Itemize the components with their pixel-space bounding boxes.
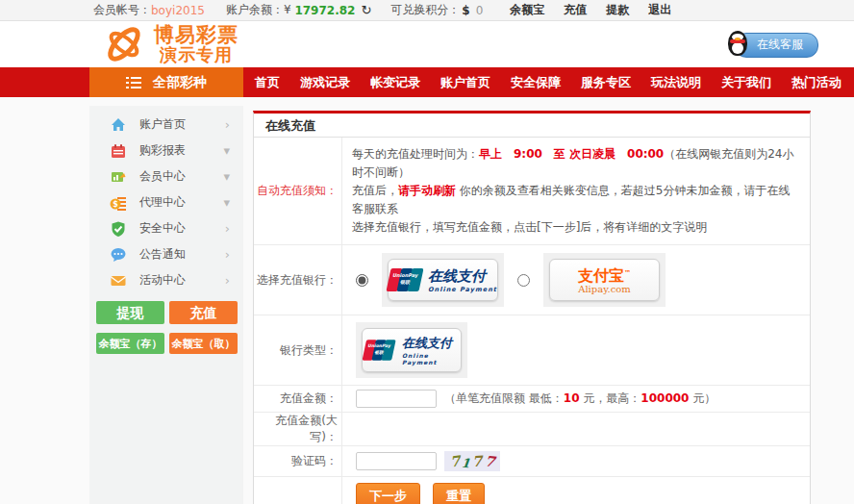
bank-type-label: 银行类型： [254, 315, 342, 385]
next-step-button[interactable]: 下一步 [356, 483, 420, 504]
sidebar: 账户首页 › 购彩报表 ▾ 会员中心 ▾ $ 代理中心 ▾ [89, 106, 243, 504]
nav-security[interactable]: 安全保障 [511, 74, 561, 91]
nav-play-rules[interactable]: 玩法说明 [651, 74, 701, 91]
chevron-down-icon: ▾ [223, 143, 230, 158]
logo-text: 博易彩票 演示专用 [154, 25, 239, 63]
amount-hint: （单笔充值限额 最低：10 元，最高：100000 元） [444, 391, 716, 407]
alipay-logo-icon: 支付宝™ [578, 265, 631, 284]
sidebar-item-security-center[interactable]: 安全中心 › [89, 215, 243, 241]
bank-select-label: 选择充值银行： [254, 245, 342, 315]
notice-text: 每天的充值处理时间为：早上 9:00 至 次日凌晨 00:00（在线网银充值则为… [342, 138, 810, 244]
topbar-link-recharge[interactable]: 充值 [564, 2, 587, 18]
topbar: 会员帐号： boyi2015 账户余额：¥ 17972.82 ↻ 可兑换积分： … [0, 0, 854, 21]
online-recharge-panel: 在线充值 自动充值须知： 每天的充值处理时间为：早上 9:00 至 次日凌晨 0… [253, 111, 811, 504]
sidebar-item-bet-reports[interactable]: 购彩报表 ▾ [89, 138, 243, 164]
yuebao-deposit-button[interactable]: 余额宝（存） [96, 333, 164, 354]
chat-bubble-icon [110, 246, 127, 264]
refresh-balance-icon[interactable]: ↻ [361, 3, 371, 17]
chevron-right-icon: › [225, 247, 230, 262]
balance-value: 17972.82 [294, 4, 355, 17]
nav-home[interactable]: 首页 [255, 74, 280, 91]
calendar-icon [110, 142, 127, 160]
unionpay-option[interactable]: UnionPay银联 在线支付 Online Payment [382, 253, 504, 307]
all-lottery-label: 全部彩种 [153, 74, 207, 91]
alipay-option[interactable]: 支付宝™ Alipay.com [543, 253, 666, 307]
points-currency: $ [462, 4, 469, 17]
topbar-link-logout[interactable]: 退出 [648, 2, 671, 18]
nav-service-zone[interactable]: 服务专区 [581, 74, 631, 91]
amount-input[interactable] [356, 390, 437, 408]
sidebar-buttons: 提现充值 余额宝（存）余额宝（取） [96, 301, 243, 354]
chevron-down-icon: ▾ [223, 195, 230, 210]
bank-select-row: 选择充值银行： UnionPay银联 在线支付 Online Payment [254, 245, 810, 315]
notice-row: 自动充值须知： 每天的充值处理时间为：早上 9:00 至 次日凌晨 00:00（… [254, 138, 810, 245]
chevron-right-icon: › [225, 273, 230, 288]
topbar-link-withdraw[interactable]: 提款 [606, 2, 629, 18]
online-service-button[interactable]: 在线客服 [725, 31, 818, 59]
sidebar-item-agent-center[interactable]: $ 代理中心 ▾ [89, 189, 243, 215]
coin-icon: $ [110, 194, 127, 212]
logo-title: 博易彩票 [154, 25, 239, 45]
notice-label: 自动充值须知： [254, 138, 342, 244]
points-value: 0 [476, 4, 484, 17]
amount-label: 充值金额： [254, 386, 342, 412]
captcha-image[interactable]: 7 1 7 7 [444, 451, 500, 471]
nav-account-changes[interactable]: 帐变记录 [370, 74, 420, 91]
recharge-button[interactable]: 充值 [169, 301, 238, 324]
actions-row: 下一步 重置 [254, 477, 810, 504]
balance-label: 账户余额：¥ [226, 2, 291, 18]
list-menu-icon [126, 77, 141, 88]
amount-words-value [342, 413, 810, 445]
mail-icon [110, 272, 127, 290]
unionpay-logo-icon: UnionPay银联 [389, 268, 423, 291]
withdraw-button[interactable]: 提现 [96, 301, 164, 324]
svg-text:$: $ [113, 200, 118, 209]
shield-icon [110, 220, 127, 238]
bank-type-row: 银行类型： UnionPay银联 在线支付 Online Payment [254, 315, 810, 386]
amount-words-label: 充值金额(大写)： [254, 413, 342, 445]
sidebar-item-account-home[interactable]: 账户首页 › [89, 112, 243, 138]
chevron-right-icon: › [225, 221, 230, 236]
qq-penguin-icon [725, 31, 750, 59]
logo-swirl-icon [102, 24, 146, 64]
yuebao-withdraw-button[interactable]: 余额宝（取） [169, 333, 238, 354]
nav-about-us[interactable]: 关于我们 [721, 74, 771, 91]
header: 博易彩票 演示专用 在线客服 [0, 21, 854, 67]
account-label: 会员帐号： [93, 2, 151, 18]
captcha-row: 验证码： 7 1 7 7 [254, 446, 810, 477]
captcha-input[interactable] [356, 452, 437, 470]
panel-title: 在线充值 [254, 113, 810, 138]
nav-game-records[interactable]: 游戏记录 [300, 74, 350, 91]
account-value: boyi2015 [151, 4, 205, 17]
topbar-link-yuebao[interactable]: 余额宝 [510, 2, 544, 18]
unionpay-logo-icon: UnionPay银联 [364, 340, 395, 361]
nav-links: 首页 游戏记录 帐变记录 账户首页 安全保障 服务专区 玩法说明 关于我们 热门… [255, 67, 841, 97]
all-lottery-menu[interactable]: 全部彩种 [89, 67, 243, 97]
main-nav: 全部彩种 首页 游戏记录 帐变记录 账户首页 安全保障 服务专区 玩法说明 关于… [0, 67, 854, 97]
chevron-down-icon: ▾ [223, 169, 230, 184]
site-logo[interactable]: 博易彩票 演示专用 [102, 24, 239, 64]
nav-hot-events[interactable]: 热门活动 [791, 74, 841, 91]
chevron-right-icon: › [225, 117, 230, 132]
sidebar-item-activity-center[interactable]: 活动中心 › [89, 267, 243, 293]
sidebar-item-member-center[interactable]: 会员中心 ▾ [89, 164, 243, 189]
chart-icon [110, 168, 127, 186]
amount-row: 充值金额： （单笔充值限额 最低：10 元，最高：100000 元） [254, 386, 810, 413]
unionpay-radio[interactable] [356, 274, 368, 287]
bank-type-selected[interactable]: UnionPay银联 在线支付 Online Payment [356, 322, 467, 378]
points-label: 可兑换积分： [390, 2, 460, 18]
alipay-radio[interactable] [517, 274, 530, 287]
sidebar-item-announcements[interactable]: 公告通知 › [89, 241, 243, 267]
reset-button[interactable]: 重置 [433, 483, 485, 504]
captcha-label: 验证码： [254, 446, 342, 476]
amount-words-row: 充值金额(大写)： [254, 413, 810, 446]
logo-subtitle: 演示专用 [154, 46, 239, 63]
nav-account-home[interactable]: 账户首页 [440, 74, 490, 91]
home-icon [110, 116, 127, 134]
